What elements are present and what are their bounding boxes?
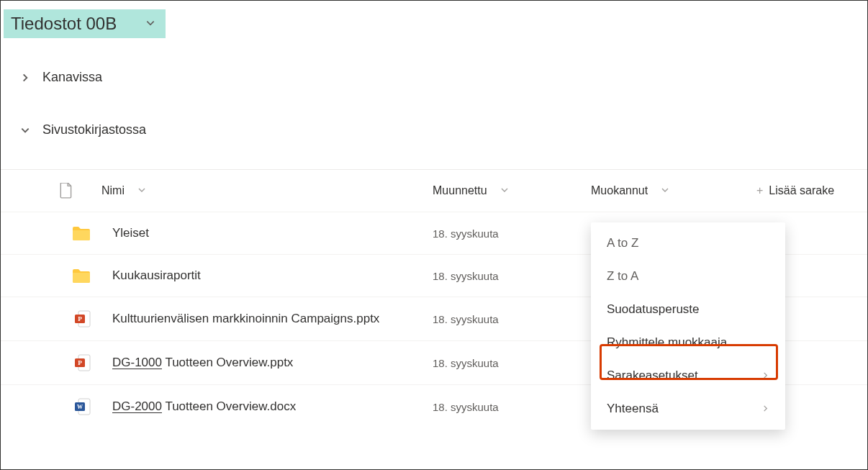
column-label: Muokannut [591,184,648,197]
file-name[interactable]: Kuukausiraportit [91,268,433,283]
chevron-right-icon [761,369,769,383]
chevron-right-icon [18,71,32,85]
file-icon [60,183,73,199]
library-title-dropdown[interactable]: Tiedostot 00B [4,9,166,38]
chevron-down-icon [137,185,146,196]
modified-date: 18. syyskuuta [433,313,591,325]
section-label: Kanavissa [42,70,102,85]
chevron-down-icon [145,18,155,30]
file-name-text: Tuotteen Overview.pptx [165,356,293,369]
folder-icon [1,225,91,241]
chevron-down-icon [500,185,509,196]
column-header-name[interactable]: Nimi [73,184,433,197]
svg-text:P: P [78,315,82,322]
file-name[interactable]: DG-1000 Tuotteen Overview.pptx [91,356,433,370]
menu-item-column-settings[interactable]: Sarakeasetukset [591,359,785,392]
menu-item-label: Ryhmittele muokkaaja [607,335,727,350]
modified-date: 18. syyskuuta [433,227,591,240]
file-name[interactable]: Kulttuurienvälisen markkinoinnin Campaig… [91,312,433,326]
file-name[interactable]: Yleiset [91,226,433,240]
add-column-button[interactable]: + Lisää sarake [742,184,867,197]
column-label: Nimi [101,184,125,197]
column-header-modifiedby[interactable]: Muokannut [591,184,742,197]
file-name-prefix: DG-1000 [112,356,162,369]
column-header-type[interactable] [1,183,73,199]
menu-item-total[interactable]: Yhteensä [591,392,785,425]
menu-item-group[interactable]: Ryhmittele muokkaaja [591,326,785,359]
menu-item-label: Z to A [607,269,638,284]
table-header-row: Nimi Muunnettu Muokannut + Lisää sarake [1,170,867,212]
file-name-text: Kulttuurienvälisen markkinoinnin Campaig… [112,312,379,325]
add-column-label: Lisää sarake [769,184,834,197]
section-label: Sivustokirjastossa [42,122,146,137]
library-title: Tiedostot 00B [11,14,117,34]
menu-item-sort-atoz[interactable]: A to Z [591,227,785,260]
column-header-modified[interactable]: Muunnettu [433,184,591,197]
menu-item-sort-ztoa[interactable]: Z to A [591,260,785,293]
menu-item-label: Suodatusperuste [607,302,700,317]
chevron-right-icon [761,402,769,416]
menu-item-label: Sarakeasetukset [607,369,698,383]
section-collapsed[interactable]: Kanavissa [1,60,867,95]
chevron-down-icon [18,123,32,137]
column-label: Muunnettu [433,184,487,197]
file-name[interactable]: DG-2000 Tuotteen Overview.docx [91,399,433,414]
file-name-text: Kuukausiraportit [112,268,201,282]
section-expanded[interactable]: Sivustokirjastossa [1,112,867,148]
modified-date: 18. syyskuuta [433,401,591,413]
menu-item-filter[interactable]: Suodatusperuste [591,293,785,326]
svg-text:P: P [78,359,82,366]
pptx-icon: P [1,310,91,327]
docx-icon: W [1,398,91,415]
menu-item-label: A to Z [607,236,638,250]
file-name-text: Yleiset [112,226,149,240]
chevron-down-icon [661,185,669,196]
pptx-icon: P [1,354,91,371]
folder-icon [1,268,91,284]
svg-text:W: W [77,404,83,410]
modified-date: 18. syyskuuta [433,357,591,369]
plus-icon: + [756,184,763,197]
file-name-prefix: DG-2000 [112,399,162,413]
file-name-text: Tuotteen Overview.docx [165,399,296,413]
column-context-menu: A to Z Z to A Suodatusperuste Ryhmittele… [591,222,785,430]
modified-date: 18. syyskuuta [433,270,591,282]
menu-item-label: Yhteensä [607,402,659,416]
